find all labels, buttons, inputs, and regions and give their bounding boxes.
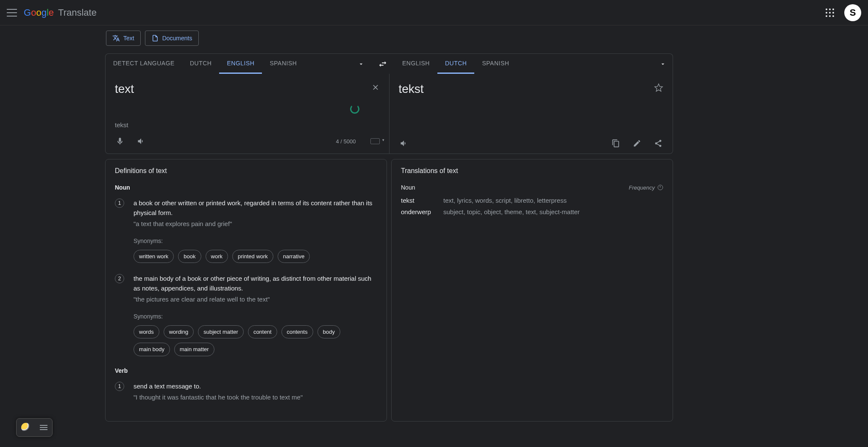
edit-button[interactable]	[632, 138, 642, 148]
app-name: Translate	[58, 7, 97, 18]
app-header: Google Translate S	[0, 0, 868, 25]
target-lang-expand[interactable]	[653, 54, 673, 74]
translation-output: tekst	[399, 82, 664, 96]
google-wordmark: Google	[24, 7, 54, 18]
listen-source-button[interactable]	[136, 136, 146, 146]
translation-row: teksttext, lyrics, words, script, libret…	[401, 197, 663, 204]
pos-noun-label: Noun	[115, 184, 377, 191]
document-icon	[151, 34, 159, 42]
synonym-chip[interactable]: work	[206, 250, 228, 263]
source-lang-expand[interactable]	[351, 54, 371, 74]
source-lang-dutch[interactable]: DUTCH	[182, 54, 220, 74]
source-suggestion[interactable]: tekst	[115, 121, 380, 129]
close-icon	[371, 83, 380, 92]
chevron-down-icon	[358, 61, 364, 67]
star-outline-icon	[654, 83, 663, 92]
definitions-card: Definitions of text Noun 1a book or othe…	[105, 159, 387, 422]
swap-languages-button[interactable]	[371, 54, 395, 74]
copy-icon	[612, 139, 620, 148]
definition-entry: 1send a text message to."I thought it wa…	[115, 382, 377, 402]
definition-example: "I thought it was fantastic that he took…	[134, 393, 377, 402]
definition-text: the main body of a book or other piece o…	[134, 274, 377, 293]
translation-word[interactable]: onderwerp	[401, 208, 443, 215]
source-lang-spanish[interactable]: SPANISH	[262, 54, 304, 74]
source-text-input[interactable]	[115, 82, 353, 96]
synonym-chip[interactable]: main matter	[174, 343, 214, 356]
synonym-chip[interactable]: wording	[164, 325, 194, 339]
share-icon	[654, 139, 662, 148]
definition-number: 1	[115, 198, 124, 208]
loading-spinner	[350, 104, 359, 114]
synonym-chip[interactable]: words	[134, 325, 159, 339]
weather-widget[interactable]	[16, 418, 53, 437]
clear-input-button[interactable]	[371, 83, 380, 94]
synonym-chip[interactable]: written work	[134, 250, 174, 263]
frequency-label: Frequency	[629, 184, 663, 191]
share-button[interactable]	[653, 138, 663, 148]
target-lang-spanish[interactable]: SPANISH	[474, 54, 517, 74]
source-lang-english[interactable]: ENGLISH	[219, 54, 262, 74]
definition-entry: 2the main body of a book or other piece …	[115, 274, 377, 356]
translations-title: Translations of text	[401, 167, 663, 175]
weather-icon	[21, 423, 31, 432]
account-avatar[interactable]: S	[844, 4, 861, 21]
listen-target-button[interactable]	[399, 138, 409, 148]
definition-text: a book or other written or printed work,…	[134, 198, 377, 218]
char-count: 4 / 5000	[336, 138, 356, 145]
language-bar: DETECT LANGUAGE DUTCH ENGLISH SPANISH EN…	[105, 53, 673, 74]
speaker-icon	[137, 137, 145, 145]
synonyms-label: Synonyms:	[134, 312, 377, 321]
synonym-chip[interactable]: content	[248, 325, 277, 339]
synonym-chip[interactable]: printed work	[232, 250, 273, 263]
translation-row: onderwerpsubject, topic, object, theme, …	[401, 208, 663, 215]
speaker-icon	[400, 139, 408, 148]
synonyms-list: wordswordingsubject mattercontentcontent…	[134, 325, 377, 356]
synonyms-label: Synonyms:	[134, 237, 377, 246]
definition-example: "the pictures are clear and relate well …	[134, 295, 377, 305]
copy-button[interactable]	[611, 138, 621, 148]
voice-input-button[interactable]	[115, 136, 125, 146]
app-logo[interactable]: Google Translate	[24, 7, 97, 18]
swap-icon	[378, 59, 387, 69]
definition-entry: 1a book or other written or printed work…	[115, 198, 377, 263]
translations-card: Translations of text Noun Frequency teks…	[391, 159, 673, 422]
translation-reverse: text, lyrics, words, script, libretto, l…	[443, 197, 567, 204]
synonyms-list: written workbookworkprinted worknarrativ…	[134, 250, 377, 263]
mode-tabs: Text Documents	[105, 31, 673, 46]
synonym-chip[interactable]: book	[178, 250, 201, 263]
target-panel: tekst	[389, 74, 673, 154]
google-apps-icon[interactable]	[825, 8, 835, 18]
mode-documents-label: Documents	[162, 35, 192, 42]
menu-icon[interactable]	[7, 8, 17, 18]
synonym-chip[interactable]: contents	[281, 325, 313, 339]
target-lang-english[interactable]: ENGLISH	[395, 54, 437, 74]
definition-number: 1	[115, 382, 124, 391]
keyboard-toggle[interactable]	[370, 138, 380, 144]
translation-reverse: subject, topic, object, theme, text, sub…	[443, 208, 580, 215]
microphone-icon	[116, 137, 124, 145]
chevron-down-icon	[659, 61, 666, 67]
trans-pos-label: Noun	[401, 184, 415, 191]
definition-number: 2	[115, 274, 124, 283]
source-panel: tekst 4 / 5000	[106, 74, 389, 154]
synonym-chip[interactable]: subject matter	[198, 325, 244, 339]
synonym-chip[interactable]: main body	[134, 343, 170, 356]
pos-verb-label: Verb	[115, 367, 377, 374]
definition-example: "a text that explores pain and grief"	[134, 219, 377, 229]
save-translation-button[interactable]	[654, 83, 663, 94]
mode-text-label: Text	[123, 35, 134, 42]
synonym-chip[interactable]: body	[317, 325, 340, 339]
mode-documents-button[interactable]: Documents	[145, 31, 199, 46]
mode-text-button[interactable]: Text	[106, 31, 141, 46]
weather-text-lines	[40, 424, 47, 431]
pencil-icon	[633, 139, 641, 148]
definitions-title: Definitions of text	[115, 167, 377, 175]
target-lang-dutch[interactable]: DUTCH	[437, 54, 475, 74]
translation-word[interactable]: tekst	[401, 197, 443, 204]
help-icon[interactable]	[657, 184, 663, 190]
translate-icon	[112, 34, 120, 42]
synonym-chip[interactable]: narrative	[278, 250, 310, 263]
definition-text: send a text message to.	[134, 382, 377, 391]
source-lang-detect[interactable]: DETECT LANGUAGE	[106, 54, 182, 74]
